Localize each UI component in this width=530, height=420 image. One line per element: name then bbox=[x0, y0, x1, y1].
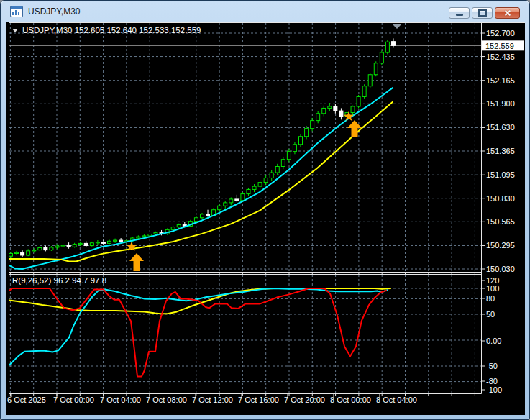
close-icon bbox=[504, 9, 511, 17]
window-title: USDJPY,M30 bbox=[28, 6, 80, 17]
chart-window: USDJPY,M30 152.700152.435152.165151.9001… bbox=[0, 0, 530, 420]
restore-button[interactable] bbox=[472, 7, 493, 19]
indicator-pane[interactable] bbox=[9, 275, 481, 393]
chart-canvas[interactable]: 152.700152.435152.165151.900151.630151.3… bbox=[6, 22, 525, 415]
main-chart-pane[interactable] bbox=[9, 23, 481, 272]
chart-icon bbox=[10, 6, 23, 17]
pane-splitter[interactable] bbox=[9, 273, 481, 274]
close-button[interactable] bbox=[495, 7, 520, 19]
chart-svg[interactable]: 152.700152.435152.165151.900151.630151.3… bbox=[6, 22, 525, 415]
window-controls bbox=[449, 7, 520, 19]
price-scale[interactable] bbox=[482, 23, 525, 393]
restore-icon bbox=[478, 9, 487, 17]
minimize-icon bbox=[456, 14, 463, 16]
time-scale[interactable] bbox=[9, 394, 481, 404]
minimize-button[interactable] bbox=[449, 7, 470, 19]
